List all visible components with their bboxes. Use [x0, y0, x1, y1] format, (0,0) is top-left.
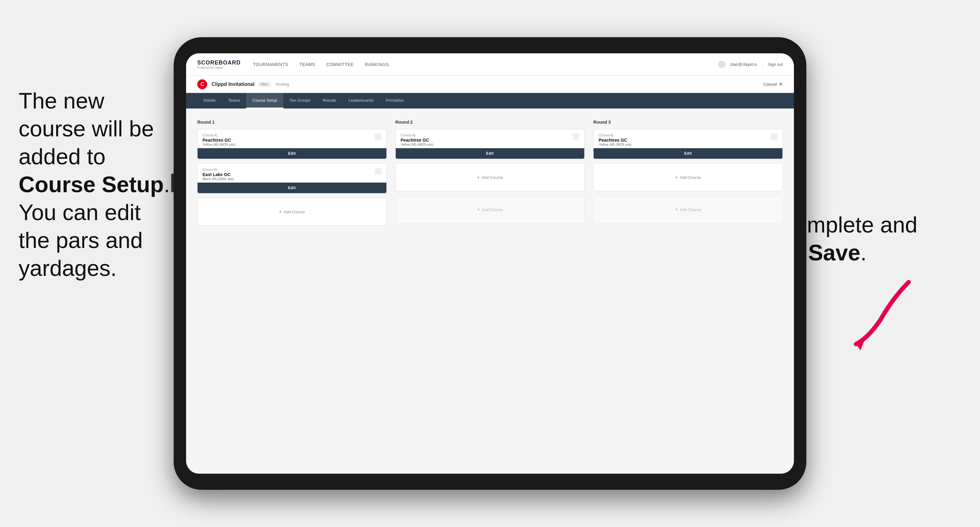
tournament-badge: Men — [258, 81, 271, 87]
tab-results[interactable]: Results — [317, 93, 342, 108]
tablet-screen: SCOREBOARD Powered by clippd TOURNAMENTS… — [186, 53, 794, 474]
svg-marker-1 — [856, 338, 865, 350]
round1-course-a-edit-button[interactable]: Edit — [197, 148, 387, 159]
nav-links: TOURNAMENTS TEAMS COMMITTEE RANKINGS — [253, 62, 718, 67]
brand-sub: Powered by clippd — [197, 66, 241, 70]
nav-link-teams[interactable]: TEAMS — [299, 62, 315, 67]
brand-name: SCOREBOARD — [197, 60, 241, 66]
nav-right: blair@clippd.io | Sign out — [718, 61, 783, 68]
round1-course-b-badge: (Course B) — [202, 168, 234, 171]
tournament-hosting: Hosting — [275, 82, 289, 86]
round3-course-a-badge: (Course A) — [598, 133, 632, 137]
round3-course-a-header: (Course A) Peachtree GC Yellow (M) (6629… — [593, 129, 783, 148]
round1-course-a-menu-icon[interactable]: ⋮ — [375, 133, 382, 140]
main-content: Round 1 (Course A) Peachtree GC Yellow (… — [186, 108, 794, 474]
tab-tee-groups[interactable]: Tee Groups — [283, 93, 317, 108]
round1-course-b-card: (Course B) East Lake GC Black (M) (6891 … — [197, 163, 387, 194]
sign-out-link[interactable]: Sign out — [768, 62, 783, 67]
round3-course-a-card: (Course A) Peachtree GC Yellow (M) (6629… — [593, 129, 783, 159]
tournament-bar: C Clippd Invitational Men Hosting Cancel… — [186, 76, 794, 93]
tab-details[interactable]: Details — [197, 93, 222, 108]
cancel-button[interactable]: Cancel ✕ — [763, 81, 783, 87]
nav-link-tournaments[interactable]: TOURNAMENTS — [253, 62, 288, 67]
tournament-logo: C — [197, 79, 207, 89]
top-nav: SCOREBOARD Powered by clippd TOURNAMENTS… — [186, 53, 794, 76]
round3-course-a-name: Peachtree GC — [598, 138, 632, 143]
round2-course-a-header: (Course A) Peachtree GC Yellow (M) (6629… — [396, 129, 585, 148]
round1-course-b-menu-icon[interactable]: ⋮ — [375, 168, 382, 175]
tablet-frame: SCOREBOARD Powered by clippd TOURNAMENTS… — [174, 37, 806, 490]
round1-course-b-header: (Course B) East Lake GC Black (M) (6891 … — [197, 163, 387, 183]
user-avatar — [718, 61, 725, 68]
round3-course-a-detail: Yellow (M) (6629 yds) — [598, 143, 632, 146]
nav-link-committee[interactable]: COMMITTEE — [326, 62, 354, 67]
round2-course-a-detail: Yellow (M) (6629 yds) — [401, 143, 434, 146]
round2-course-a-name: Peachtree GC — [401, 138, 434, 143]
round-2-title: Round 2 — [395, 120, 585, 125]
round2-course-a-badge: (Course A) — [401, 133, 434, 137]
round2-add-course-button[interactable]: + Add Course — [395, 163, 585, 191]
round3-course-a-menu-icon[interactable]: ⋮ — [771, 133, 778, 140]
round3-add-course-button[interactable]: + Add Course — [593, 163, 783, 191]
round1-course-b-detail: Black (M) (6891 yds) — [202, 177, 234, 181]
tab-course-setup[interactable]: Course Setup — [246, 93, 283, 108]
round3-add-course-disabled: + Add Course — [593, 195, 783, 224]
tab-leaderboards[interactable]: Leaderboards — [342, 93, 380, 108]
round1-course-a-badge: (Course A) — [202, 133, 235, 137]
round1-add-course-button[interactable]: + Add Course — [197, 198, 387, 226]
user-email: blair@clippd.io — [730, 62, 757, 67]
nav-link-rankings[interactable]: RANKINGS — [365, 62, 389, 67]
round2-course-a-menu-icon[interactable]: ⋮ — [573, 133, 579, 140]
round-1-title: Round 1 — [197, 120, 387, 125]
round2-course-a-edit-button[interactable]: Edit — [396, 148, 585, 159]
rounds-grid: Round 1 (Course A) Peachtree GC Yellow (… — [197, 120, 783, 230]
round1-course-b-name: East Lake GC — [202, 172, 234, 177]
round1-course-a-detail: Yellow (M) (6629 yds) — [202, 143, 235, 146]
round-3-column: Round 3 (Course A) Peachtree GC Yellow (… — [593, 120, 783, 230]
round1-course-a-header: (Course A) Peachtree GC Yellow (M) (6629… — [197, 129, 387, 148]
round3-course-a-edit-button[interactable]: Edit — [593, 148, 783, 159]
round1-course-a-card: (Course A) Peachtree GC Yellow (M) (6629… — [197, 129, 387, 159]
tournament-name: Clippd Invitational — [212, 81, 255, 87]
tab-teams[interactable]: Teams — [222, 93, 246, 108]
round-2-column: Round 2 (Course A) Peachtree GC Yellow (… — [395, 120, 585, 230]
round-1-column: Round 1 (Course A) Peachtree GC Yellow (… — [197, 120, 387, 230]
brand: SCOREBOARD Powered by clippd — [197, 60, 241, 70]
tab-printables[interactable]: Printables — [380, 93, 410, 108]
round2-add-course-disabled: + Add Course — [395, 195, 585, 224]
arrow-right-icon — [831, 273, 918, 353]
round2-course-a-card: (Course A) Peachtree GC Yellow (M) (6629… — [395, 129, 585, 159]
round1-course-b-edit-button[interactable]: Edit — [197, 183, 387, 193]
sub-tabs: Details Teams Course Setup Tee Groups Re… — [186, 93, 794, 108]
tablet-side-button — [171, 174, 174, 192]
round-3-title: Round 3 — [593, 120, 783, 125]
round1-course-a-name: Peachtree GC — [202, 138, 235, 143]
